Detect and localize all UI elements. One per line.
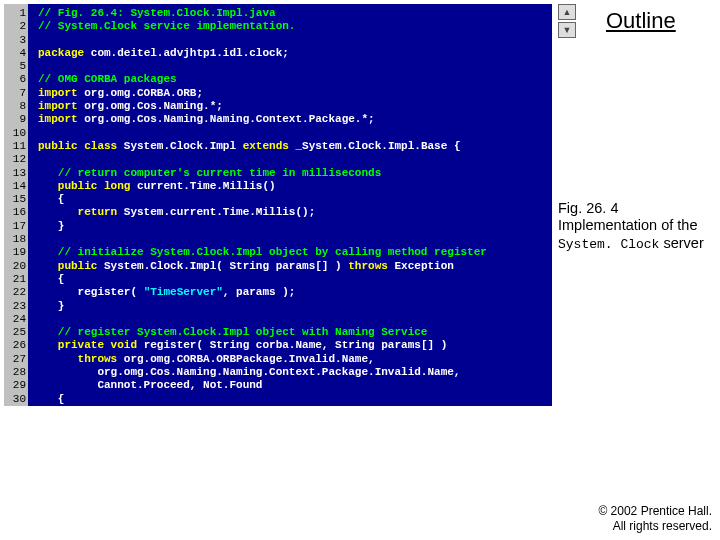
right-column: ▲ ▼ Outline Fig. 26. 4 Implementation of…	[558, 4, 714, 42]
code-line: }	[38, 220, 552, 233]
code-line: import org.omg.CORBA.ORB;	[38, 87, 552, 100]
code-line: // System.Clock service implementation.	[38, 20, 552, 33]
code-line	[38, 127, 552, 140]
code-line	[38, 60, 552, 73]
code-line: throws org.omg.CORBA.ORBPackage.Invalid.…	[38, 353, 552, 366]
code-line	[38, 313, 552, 326]
code-line: import org.omg.Cos.Naming.Naming.Context…	[38, 113, 552, 126]
code-pane: 1 2 3 4 5 6 7 8 9 10 11 12 13 14 15 16 1…	[4, 4, 552, 406]
code-line: }	[38, 300, 552, 313]
figure-caption: Fig. 26. 4 Implementation of the System.…	[558, 200, 713, 252]
code-line: {	[38, 193, 552, 206]
code-line	[38, 153, 552, 166]
code-line: // return computer's current time in mil…	[38, 167, 552, 180]
caption-post: server	[659, 235, 703, 251]
code-line: register( "TimeServer", params );	[38, 286, 552, 299]
caption-pre: Implementation of the	[558, 217, 697, 233]
code-line: private void register( String corba.Name…	[38, 339, 552, 352]
caption-fig: Fig. 26. 4	[558, 200, 618, 216]
outline-heading: Outline	[606, 8, 676, 34]
footer-line1: © 2002 Prentice Hall.	[598, 504, 712, 518]
code-line: // initialize System.Clock.Impl object b…	[38, 246, 552, 259]
code-area: // Fig. 26.4: System.Clock.Impl.java// S…	[28, 4, 552, 406]
code-line: public System.Clock.Impl( String params[…	[38, 260, 552, 273]
arrow-up-button[interactable]: ▲	[558, 4, 576, 20]
code-line: import org.omg.Cos.Naming.*;	[38, 100, 552, 113]
code-line: org.omg.Cos.Naming.Naming.Context.Packag…	[38, 366, 552, 379]
code-line: {	[38, 273, 552, 286]
code-line: public long current.Time.Millis()	[38, 180, 552, 193]
footer: © 2002 Prentice Hall. All rights reserve…	[598, 504, 712, 534]
code-line: public class System.Clock.Impl extends _…	[38, 140, 552, 153]
code-line: // Fig. 26.4: System.Clock.Impl.java	[38, 7, 552, 20]
footer-line2: All rights reserved.	[613, 519, 712, 533]
code-line: return System.current.Time.Millis();	[38, 206, 552, 219]
code-line: // register System.Clock.Impl object wit…	[38, 326, 552, 339]
code-line: // OMG CORBA packages	[38, 73, 552, 86]
code-line: package com.deitel.advjhtp1.idl.clock;	[38, 47, 552, 60]
code-line	[38, 34, 552, 47]
caption-mono: System. Clock	[558, 237, 659, 252]
line-number-gutter: 1 2 3 4 5 6 7 8 9 10 11 12 13 14 15 16 1…	[4, 4, 28, 406]
arrow-down-button[interactable]: ▼	[558, 22, 576, 38]
code-line	[38, 233, 552, 246]
code-line: {	[38, 393, 552, 406]
code-line: Cannot.Proceed, Not.Found	[38, 379, 552, 392]
